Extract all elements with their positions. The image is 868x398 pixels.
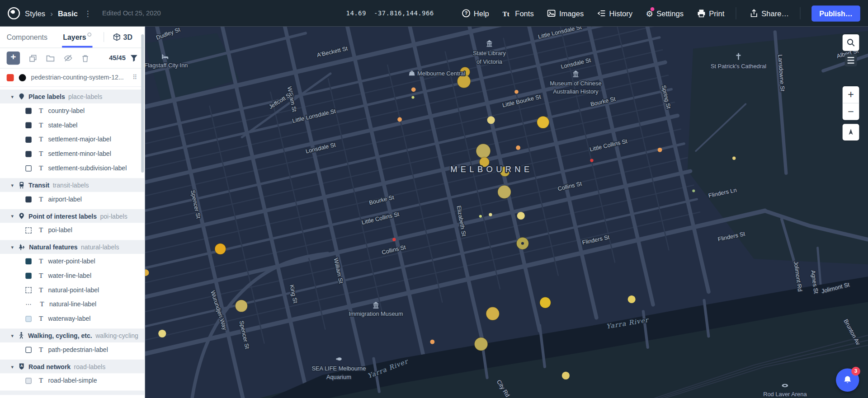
notifications-button[interactable]: 3 bbox=[836, 368, 859, 391]
duplicate-layer-button[interactable] bbox=[29, 54, 37, 62]
collapse-arrow-icon[interactable]: ▾ bbox=[11, 213, 14, 219]
data-point bbox=[540, 297, 551, 308]
map-position-readout: 14.69-37.816,144.966 bbox=[346, 9, 434, 17]
help-button[interactable]: ? Help bbox=[462, 9, 489, 18]
mapbox-logo-icon[interactable] bbox=[8, 7, 20, 19]
settings-button[interactable]: ⚙ Settings bbox=[646, 9, 684, 17]
bell-icon bbox=[842, 374, 853, 385]
layer-swatch-icon bbox=[25, 108, 31, 113]
layer-swatch-icon bbox=[25, 165, 31, 171]
topbar-divider bbox=[800, 7, 800, 19]
text-layer-icon: T bbox=[37, 286, 45, 294]
images-button[interactable]: Images bbox=[547, 9, 584, 18]
layer-color-swatch-icon bbox=[7, 74, 14, 81]
layer-row[interactable]: Tpath-pedestrian-label bbox=[0, 342, 145, 357]
group-header-walking-cycling[interactable]: ▾ Walking, cycling, etc. walking-cycling bbox=[0, 328, 145, 342]
topbar: Styles › Basic ⋮ Edited Oct 25, 2020 14.… bbox=[0, 0, 868, 27]
layer-row[interactable]: Twater-line-label bbox=[0, 268, 145, 283]
drag-handle-icon[interactable]: ⠿ bbox=[131, 74, 137, 81]
collapse-arrow-icon[interactable]: ▾ bbox=[11, 244, 14, 250]
layer-row[interactable]: Tstate-label bbox=[0, 118, 145, 132]
collapse-arrow-icon[interactable]: ▾ bbox=[11, 182, 14, 187]
layer-name: pedestrian-counting-system-12... bbox=[31, 74, 132, 81]
text-layer-icon: T bbox=[37, 376, 45, 384]
group-layers-button[interactable] bbox=[46, 54, 55, 62]
group-header-place-labels[interactable]: ▾ Place labels place-labels bbox=[0, 89, 145, 103]
breadcrumb: Styles › Basic ⋮ Edited Oct 25, 2020 bbox=[8, 7, 161, 19]
share-button[interactable]: Share… bbox=[749, 9, 789, 18]
layer-swatch-icon bbox=[25, 378, 31, 384]
layer-row[interactable]: Tsettlement-subdivision-label bbox=[0, 161, 145, 175]
filter-layers-button[interactable] bbox=[130, 54, 138, 62]
poi-label: St Patrick's Cathedral bbox=[711, 63, 766, 70]
search-button[interactable] bbox=[843, 34, 859, 51]
style-menu-button[interactable]: ⋮ bbox=[83, 9, 93, 18]
print-button[interactable]: Print bbox=[697, 9, 724, 18]
collapse-arrow-icon[interactable]: ▾ bbox=[11, 333, 14, 338]
compass-button[interactable] bbox=[843, 124, 859, 140]
text-layer-icon: T bbox=[37, 107, 45, 115]
data-point bbox=[537, 116, 549, 128]
text-layer-icon: T bbox=[37, 150, 45, 158]
publish-button[interactable]: Publish… bbox=[811, 5, 860, 22]
data-point bbox=[158, 330, 166, 337]
text-layer-icon: T bbox=[37, 121, 45, 129]
map-menu-button[interactable] bbox=[845, 54, 857, 66]
fonts-button[interactable]: Tt Fonts bbox=[502, 9, 534, 17]
layer-row-pedestrian-counting[interactable]: pedestrian-counting-system-12... ⠿ bbox=[0, 69, 145, 87]
group-header-natural-features[interactable]: ▾ Natural features natural-labels bbox=[0, 240, 145, 254]
zoom-out-button[interactable]: − bbox=[843, 103, 859, 120]
poi-label: Immigration Museum bbox=[349, 310, 403, 317]
group-header-transit[interactable]: ▾ Transit transit-labels bbox=[0, 178, 145, 192]
hide-layer-button[interactable] bbox=[64, 54, 73, 62]
data-point-center bbox=[521, 242, 524, 245]
topbar-divider bbox=[736, 7, 736, 19]
zoom-in-button[interactable]: + bbox=[843, 86, 859, 103]
layer-row[interactable]: Troad-label-simple bbox=[0, 374, 145, 388]
folder-icon bbox=[46, 54, 55, 62]
tab-components[interactable]: Components bbox=[5, 27, 48, 48]
breadcrumb-style-name[interactable]: Basic bbox=[58, 9, 78, 17]
map-container[interactable]: Dudley StA'Beckett StLittle Lonsdale StL… bbox=[145, 27, 868, 398]
tab-3d[interactable]: 3D bbox=[113, 33, 132, 41]
notification-badge: 3 bbox=[851, 366, 860, 375]
layer-swatch-icon bbox=[25, 287, 31, 293]
sidebar-scrollbar[interactable] bbox=[141, 34, 144, 173]
breadcrumb-styles[interactable]: Styles bbox=[25, 9, 45, 17]
group-header-poi-labels[interactable]: ▾ Point of interest labels poi-labels bbox=[0, 209, 145, 223]
layer-row[interactable]: Tcountry-label bbox=[0, 103, 145, 118]
collapse-arrow-icon[interactable]: ▾ bbox=[11, 364, 14, 369]
data-point bbox=[397, 117, 402, 122]
layer-row[interactable]: Tnatural-point-label bbox=[0, 283, 145, 297]
poi-label: Museum of Chinese bbox=[550, 80, 601, 87]
delete-layer-button[interactable] bbox=[81, 54, 89, 62]
svg-text:?: ? bbox=[464, 10, 467, 16]
tab-layers[interactable]: Layers bbox=[62, 27, 92, 48]
layer-row[interactable]: Twaterway-label bbox=[0, 311, 145, 326]
text-layer-icon: T bbox=[37, 314, 45, 323]
layer-group-header-partial bbox=[0, 390, 145, 395]
zoom-level: 14.69 bbox=[346, 9, 366, 17]
data-point bbox=[487, 116, 495, 124]
svg-text:A: A bbox=[20, 364, 23, 368]
layer-row[interactable]: Tpoi-label bbox=[0, 223, 145, 237]
layer-row[interactable]: Tsettlement-major-label bbox=[0, 132, 145, 147]
walking-cycling-icon bbox=[18, 332, 24, 339]
group-header-road-network[interactable]: ▾ A Road network road-labels bbox=[0, 360, 145, 374]
layer-row[interactable]: Twater-point-label bbox=[0, 254, 145, 268]
eye-off-icon bbox=[64, 54, 73, 62]
place-labels-icon bbox=[18, 93, 25, 100]
layer-row[interactable]: Tsettlement-minor-label bbox=[0, 146, 145, 161]
data-point bbox=[516, 145, 520, 150]
collapse-arrow-icon[interactable]: ▾ bbox=[11, 94, 14, 99]
layer-row[interactable]: Tairport-label bbox=[0, 192, 145, 206]
layer-row[interactable]: Tnatural-line-label bbox=[0, 297, 145, 312]
add-layer-button[interactable]: + bbox=[7, 52, 20, 65]
poi-label: Aquarium bbox=[326, 374, 351, 380]
data-point bbox=[215, 243, 226, 254]
text-layer-icon: T bbox=[37, 257, 45, 265]
poi-label: of Victoria bbox=[476, 58, 503, 65]
map-canvas[interactable]: Dudley StA'Beckett StLittle Lonsdale StL… bbox=[145, 27, 868, 398]
history-button[interactable]: History bbox=[597, 9, 632, 18]
trash-icon bbox=[81, 54, 89, 62]
